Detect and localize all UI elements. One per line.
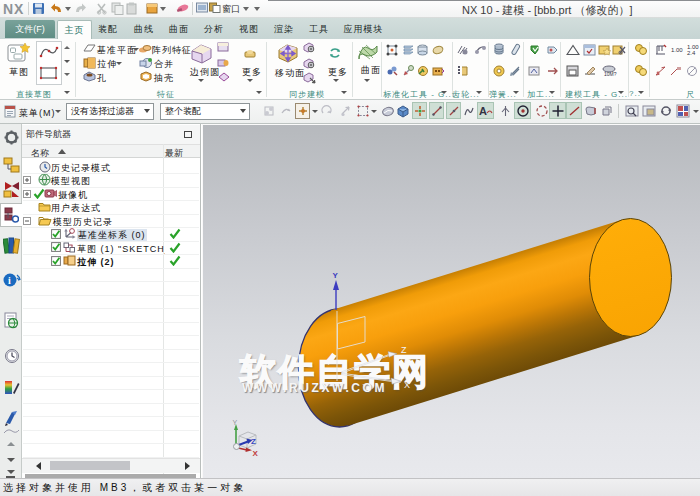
svg-text:X: X [253,449,259,458]
svg-text:X: X [404,380,410,390]
svg-text:A: A [479,105,487,117]
svg-text:i: i [8,275,11,286]
svg-text:10M?: 10M? [604,71,617,77]
svg-text:Z: Z [251,437,256,446]
svg-text:Y: Y [333,271,339,280]
svg-text:Y: Y [233,419,238,426]
svg-text:Z: Z [401,345,407,355]
